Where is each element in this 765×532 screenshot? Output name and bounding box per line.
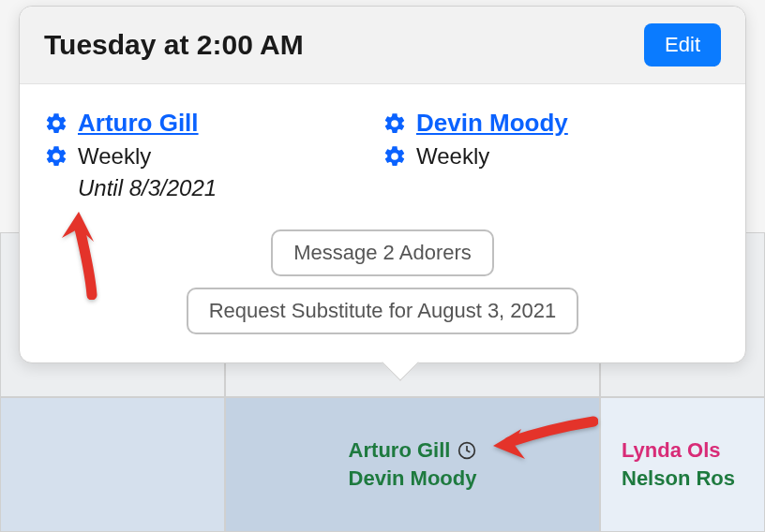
annotation-arrow-icon xyxy=(52,206,109,300)
event-popover: Tuesday at 2:00 AM Edit Arturo Gill xyxy=(19,6,746,363)
adorer-column: Devin Moody Weekly xyxy=(382,109,721,201)
request-substitute-button[interactable]: Request Substitute for August 3, 2021 xyxy=(187,288,579,334)
clock-icon xyxy=(458,441,476,460)
gear-icon[interactable] xyxy=(382,111,407,136)
calendar-name: Nelson Ros xyxy=(622,466,735,491)
calendar-cell[interactable] xyxy=(0,397,225,532)
popover-body: Arturo Gill Weekly Until 8/3/2021 xyxy=(20,84,745,362)
frequency-label: Weekly xyxy=(416,143,489,170)
edit-button[interactable]: Edit xyxy=(644,23,721,66)
adorer-column: Arturo Gill Weekly Until 8/3/2021 xyxy=(44,109,382,201)
annotation-arrow-icon xyxy=(486,412,598,468)
popover-header: Tuesday at 2:00 AM Edit xyxy=(20,7,745,84)
gear-icon[interactable] xyxy=(44,144,68,169)
frequency-label: Weekly xyxy=(78,143,151,170)
calendar-name: Devin Moody xyxy=(349,466,477,491)
until-date: Until 8/3/2021 xyxy=(78,175,382,201)
adorer-name-link[interactable]: Devin Moody xyxy=(416,109,568,138)
message-adorers-button[interactable]: Message 2 Adorers xyxy=(271,229,494,276)
gear-icon[interactable] xyxy=(382,144,407,169)
calendar-name: Arturo Gill xyxy=(349,438,451,463)
calendar-cell[interactable]: Lynda Ols Nelson Ros xyxy=(600,397,765,532)
adorer-name-link[interactable]: Arturo Gill xyxy=(78,109,199,138)
calendar-name: Lynda Ols xyxy=(622,438,721,463)
action-buttons: Message 2 Adorers Request Substitute for… xyxy=(44,229,721,334)
popover-title: Tuesday at 2:00 AM xyxy=(44,29,304,61)
adorers-row: Arturo Gill Weekly Until 8/3/2021 xyxy=(44,109,721,201)
gear-icon[interactable] xyxy=(44,111,68,136)
